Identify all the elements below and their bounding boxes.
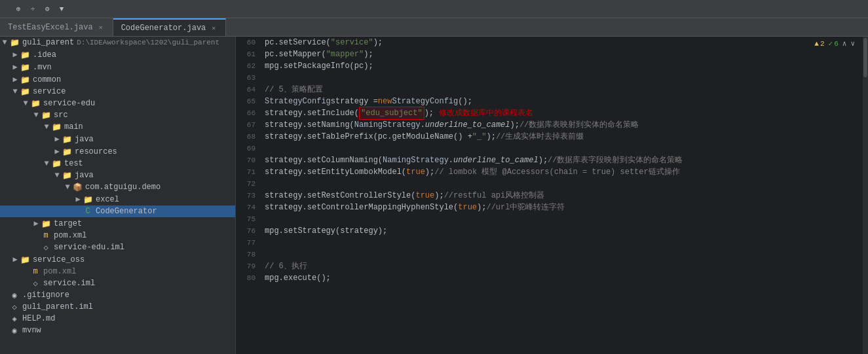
sidebar-item-mvn[interactable]: ▶ 📁 .mvn (0, 61, 235, 73)
line-number-62: 62 (241, 60, 255, 72)
line-numbers: 6061626364656667686970717273747576777879… (236, 37, 262, 354)
sidebar-item-mvnw[interactable]: ◉ mvnw (0, 325, 235, 336)
tree-arrow-main[interactable]: ▼ (42, 122, 51, 132)
code-line-80: mpg.execute(); (262, 272, 863, 284)
toolbar-icon-div[interactable]: ÷ (28, 4, 38, 14)
sidebar-item-codegenerator[interactable]: C CodeGenerator (0, 205, 235, 217)
sidebar-item-target[interactable]: ▶ 📁 target (0, 217, 235, 230)
code-line-67: strategy.setNaming(NamingStrategy.underl… (262, 119, 863, 131)
tree-arrow-test[interactable]: ▼ (42, 159, 51, 168)
sidebar-item-common[interactable]: ▶ 📁 common (0, 73, 235, 86)
tree-label-java: java (75, 135, 94, 144)
code-line-74: strategy.setControllerMappingHyphenStyle… (262, 202, 863, 213)
tree-arrow-src[interactable]: ▼ (31, 111, 41, 120)
warning-count: 2 (820, 40, 825, 48)
scrollbar-thumb[interactable] (863, 38, 867, 77)
sidebar-item-pom-xml[interactable]: m pom.xml (0, 230, 235, 241)
tree-icon-resources: 📁 (62, 147, 72, 156)
sidebar-item-test-java[interactable]: ▼ 📁 java (0, 169, 235, 181)
tree-label-common: common (33, 75, 61, 84)
line-number-71: 71 (241, 166, 255, 178)
tree-arrow-mvn[interactable]: ▶ (10, 62, 20, 72)
tree-arrow-resources[interactable]: ▶ (52, 147, 62, 156)
sidebar-item-service_oss[interactable]: ▶ 📁 service_oss (0, 253, 235, 266)
tree-arrow-target[interactable]: ▶ (31, 219, 41, 228)
sidebar-item-test[interactable]: ▼ 📁 test (0, 158, 235, 169)
sidebar-item-service-edu-iml[interactable]: ◇ service-edu.iml (0, 241, 235, 253)
tree-icon-pom-xml: m (41, 231, 51, 240)
line-number-68: 68 (241, 131, 255, 143)
line-number-72: 72 (241, 178, 255, 190)
tree-icon-service: 📁 (20, 87, 30, 96)
tree-icon-gitignore: ◉ (9, 291, 20, 300)
sidebar-item-gitignore[interactable]: ◉ .gitignore (0, 289, 235, 301)
tree-arrow-java[interactable]: ▶ (52, 134, 62, 144)
main-area: ▼ 📁 guli_parent D:\IDEAworkspace\1202\gu… (0, 37, 868, 354)
sidebar-item-guli-parent-iml[interactable]: ◇ guli_parent.iml (0, 301, 235, 313)
warning-icon: ▲ (814, 40, 819, 48)
tree-label-gitignore: .gitignore (22, 291, 69, 300)
code-line-69 (262, 143, 863, 154)
tree-icon-target: 📁 (41, 219, 51, 228)
sidebar-item-main[interactable]: ▼ 📁 main (0, 121, 235, 133)
toolbar-icon-plus[interactable]: ⊕ (13, 4, 24, 14)
sidebar-item-excel[interactable]: ▶ 📁 excel (0, 193, 235, 205)
sidebar-item-idea[interactable]: ▶ 📁 .idea (0, 48, 235, 61)
sidebar-item-pom-root[interactable]: m pom.xml (0, 266, 235, 277)
tree-arrow-common[interactable]: ▶ (10, 75, 20, 84)
tree-label-service: service (33, 87, 66, 96)
tree-label-idea: .idea (33, 50, 56, 60)
tree-arrow-test-java[interactable]: ▼ (52, 171, 62, 180)
tree-icon-service-iml: ◇ (30, 279, 41, 288)
tree-icon-service-edu: 📁 (30, 99, 41, 108)
tree-arrow-service_oss[interactable]: ▶ (10, 255, 20, 264)
sidebar-item-src[interactable]: ▼ 📁 src (0, 109, 235, 121)
tree-icon-guli-parent-iml: ◇ (9, 302, 20, 311)
code-line-78 (262, 249, 863, 260)
line-number-73: 73 (241, 190, 255, 202)
tab-codegenerator-close[interactable]: ✕ (210, 24, 217, 33)
sidebar: ▼ 📁 guli_parent D:\IDEAworkspace\1202\gu… (0, 37, 236, 354)
tree-arrow-com-atguigu[interactable]: ▼ (63, 183, 72, 192)
code-line-68: strategy.setTablePrefix(pc.getModuleName… (262, 131, 863, 143)
sidebar-item-resources[interactable]: ▶ 📁 resources (0, 145, 235, 158)
code-line-64: // 5、策略配置 (262, 84, 863, 96)
sidebar-item-service-edu[interactable]: ▼ 📁 service-edu (0, 97, 235, 109)
line-number-69: 69 (241, 143, 255, 154)
tree-label-com-atguigu: com.atguigu.demo (85, 183, 160, 192)
tree-label-main: main (64, 122, 83, 132)
sidebar-item-help-md[interactable]: ◈ HELP.md (0, 313, 235, 325)
line-number-60: 60 (241, 37, 255, 48)
warning-indicator: ▲ 2 (814, 40, 824, 48)
chevron-up-icon[interactable]: ∧ (842, 39, 847, 48)
right-scrollbar[interactable] (863, 37, 868, 354)
ok-icon: ✓ (829, 39, 833, 48)
sidebar-item-service[interactable]: ▼ 📁 service (0, 86, 235, 97)
sidebar-item-service-iml[interactable]: ◇ service.iml (0, 277, 235, 289)
toolbar-icon-dropdown[interactable]: ▼ (56, 4, 67, 14)
tree-label-mvn: .mvn (33, 63, 52, 72)
tree-icon-codegenerator: C (83, 207, 93, 216)
sidebar-item-guli_parent[interactable]: ▼ 📁 guli_parent D:\IDEAworkspace\1202\gu… (0, 37, 235, 48)
chevron-down-icon[interactable]: ∨ (850, 39, 855, 48)
tree-label-excel: excel (96, 195, 119, 204)
tree-icon-service_oss: 📁 (20, 255, 30, 264)
tree-arrow-service[interactable]: ▼ (10, 87, 20, 96)
title-bar: ⊕ ÷ ⚙ ▼ (0, 0, 868, 18)
tree-arrow-idea[interactable]: ▶ (10, 50, 20, 60)
tab-testeasyexcel[interactable]: TestEasyExcel.java ✕ (0, 18, 113, 36)
tab-codegenerator-label: CodeGenerator.java (121, 24, 206, 33)
sidebar-item-java[interactable]: ▶ 📁 java (0, 133, 235, 145)
tree-arrow-service-edu[interactable]: ▼ (21, 99, 30, 108)
tab-testeasyexcel-close[interactable]: ✕ (97, 23, 105, 32)
sidebar-item-com-atguigu[interactable]: ▼ 📦 com.atguigu.demo (0, 181, 235, 193)
ok-indicator: ✓ 6 (829, 39, 839, 48)
code-line-62: mpg.setPackageInfo(pc); (262, 60, 863, 72)
tree-arrow-guli_parent[interactable]: ▼ (0, 38, 9, 47)
tree-icon-test-java: 📁 (62, 171, 72, 180)
code-line-76: mpg.setStrategy(strategy); (262, 225, 863, 237)
tree-arrow-excel[interactable]: ▶ (73, 194, 83, 204)
tab-codegenerator[interactable]: CodeGenerator.java ✕ (113, 18, 227, 36)
code-line-63 (262, 72, 863, 84)
toolbar-icon-gear[interactable]: ⚙ (42, 4, 52, 14)
